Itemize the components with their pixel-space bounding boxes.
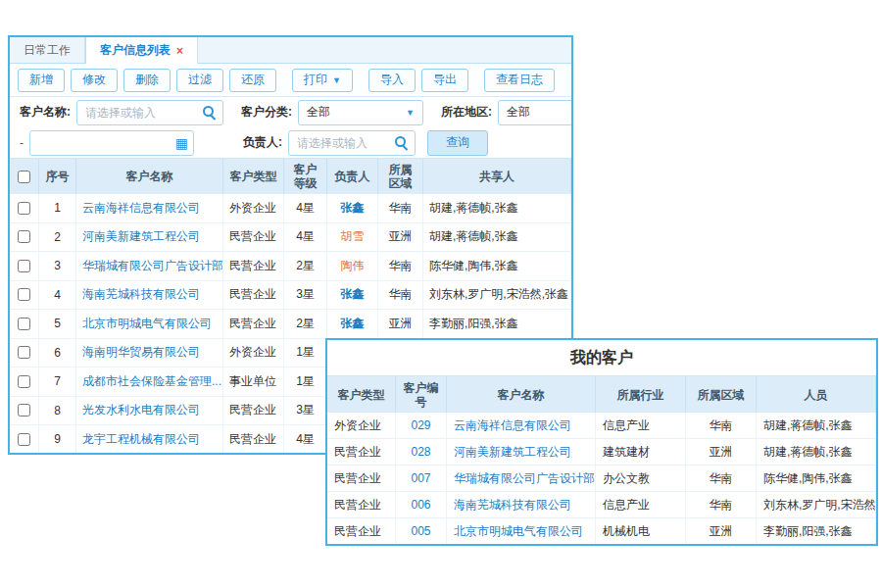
select-value: 全部 — [307, 104, 330, 121]
owner-link[interactable]: 张鑫 — [327, 194, 378, 222]
customer-code-link[interactable]: 006 — [396, 492, 447, 517]
customer-code-link[interactable]: 028 — [396, 439, 447, 465]
delete-button[interactable]: 删除 — [123, 69, 171, 92]
customer-type-cell: 事业单位 — [223, 368, 284, 396]
people-cell: 胡建,蒋德帧,张鑫 — [757, 439, 876, 465]
region-cell: 亚洲 — [378, 223, 423, 252]
close-icon[interactable]: × — [176, 44, 183, 58]
customer-name-link[interactable]: 河南美新建筑工程公司 — [76, 223, 223, 252]
customer-name-link[interactable]: 河南美新建筑工程公司 — [447, 439, 596, 465]
region-cell: 华南 — [686, 413, 757, 438]
date-input[interactable] — [29, 130, 194, 156]
import-button[interactable]: 导入 — [368, 69, 416, 92]
customer-name-link[interactable]: 光发水利水电有限公司 — [76, 397, 223, 425]
filter-row-1: 客户名称: 客户分类: 全部 ▼ 所在地区: 全部 — [10, 97, 571, 127]
customer-code-link[interactable]: 005 — [396, 518, 447, 544]
tab-daily-work[interactable]: 日常工作 — [10, 37, 85, 63]
table-row[interactable]: 民营企业 005 北京市明城电气有限公司 机械机电 亚洲 李勤丽,阳强,张鑫 — [327, 518, 876, 545]
customer-name-link[interactable]: 北京市明城电气有限公司 — [76, 310, 223, 338]
customer-name-link[interactable]: 云南海祥信息有限公司 — [447, 413, 596, 438]
region-cell: 亚洲 — [378, 310, 423, 338]
industry-cell: 机械机电 — [596, 518, 686, 544]
region-select[interactable]: 全部 — [498, 100, 573, 125]
customer-level-cell: 2星 — [284, 252, 327, 280]
tab-label: 客户信息列表 — [100, 42, 171, 59]
table-row[interactable]: 外资企业 029 云南海祥信息有限公司 信息产业 华南 胡建,蒋德帧,张鑫 — [327, 413, 876, 439]
customer-name-link[interactable]: 华瑞城有限公司广告设计部 — [76, 252, 223, 280]
customer-name-link[interactable]: 龙宇工程机械有限公司 — [76, 425, 223, 454]
customer-name-link[interactable]: 云南海祥信息有限公司 — [76, 194, 223, 222]
customer-type-cell: 民营企业 — [327, 518, 396, 544]
row-checkbox[interactable] — [18, 288, 30, 301]
row-checkbox-cell — [10, 223, 39, 252]
row-checkbox[interactable] — [18, 404, 30, 416]
owner-link[interactable]: 张鑫 — [327, 310, 378, 338]
restore-button[interactable]: 还原 — [229, 69, 276, 92]
header-customer-name: 客户名称 — [76, 159, 223, 194]
owner-input-wrap — [288, 130, 416, 156]
customer-name-link[interactable]: 海南明华贸易有限公司 — [76, 339, 223, 368]
shared-people-cell: 李勤丽,阳强,张鑫 — [423, 310, 571, 338]
customer-name-link[interactable]: 海南芜城科技有限公司 — [447, 492, 596, 517]
row-checkbox[interactable] — [18, 318, 30, 330]
customer-category-select[interactable]: 全部 ▼ — [298, 100, 423, 125]
my-customers-body: 外资企业 029 云南海祥信息有限公司 信息产业 华南 胡建,蒋德帧,张鑫 民营… — [327, 413, 876, 545]
table-row[interactable]: 民营企业 006 海南芜城科技有限公司 信息产业 华南 刘东林,罗广明,宋浩然.… — [327, 492, 876, 518]
row-checkbox[interactable] — [18, 230, 30, 243]
header-people: 人员 — [757, 376, 876, 413]
customer-name-input[interactable] — [76, 100, 223, 125]
customer-name-link[interactable]: 华瑞城有限公司广告设计部 — [447, 466, 596, 491]
industry-cell: 建筑建材 — [596, 439, 686, 465]
customer-code-link[interactable]: 007 — [396, 466, 447, 491]
query-button[interactable]: 查询 — [427, 130, 488, 156]
table-row[interactable]: 民营企业 028 河南美新建筑工程公司 建筑建材 亚洲 胡建,蒋德帧,张鑫 — [327, 439, 876, 466]
owner-label: 负责人: — [243, 134, 282, 151]
customer-level-cell: 3星 — [284, 397, 327, 425]
customer-name-link[interactable]: 成都市社会保险基金管理... — [76, 368, 223, 396]
customer-name-link[interactable]: 海南芜城科技有限公司 — [76, 281, 223, 310]
header-region: 所属区域 — [378, 159, 423, 194]
row-checkbox[interactable] — [18, 202, 30, 215]
row-checkbox[interactable] — [18, 375, 30, 388]
customer-type-cell: 民营企业 — [223, 310, 284, 338]
date-input-wrap: ▦ — [29, 130, 194, 156]
chevron-down-icon: ▼ — [406, 108, 415, 118]
customer-level-cell: 1星 — [284, 368, 327, 396]
customer-level-cell: 2星 — [284, 310, 327, 338]
header-owner: 负责人 — [327, 159, 378, 194]
row-checkbox-cell — [10, 252, 39, 280]
add-button[interactable]: 新增 — [18, 69, 65, 92]
view-log-button[interactable]: 查看日志 — [484, 69, 555, 92]
search-icon[interactable] — [395, 136, 409, 150]
table-row[interactable]: 民营企业 007 华瑞城有限公司广告设计部 办公文教 华南 陈华健,陶伟,张鑫 — [327, 466, 876, 492]
edit-button[interactable]: 修改 — [71, 69, 118, 92]
table-row[interactable]: 5 北京市明城电气有限公司 民营企业 2星 张鑫 亚洲 李勤丽,阳强,张鑫 — [10, 310, 571, 339]
customer-name-link[interactable]: 北京市明城电气有限公司 — [447, 518, 596, 544]
table-row[interactable]: 4 海南芜城科技有限公司 民营企业 3星 张鑫 华南 刘东林,罗广明,宋浩然,张… — [10, 281, 571, 311]
row-checkbox[interactable] — [18, 260, 30, 272]
customer-code-link[interactable]: 029 — [396, 413, 447, 438]
select-all-checkbox[interactable] — [18, 171, 30, 183]
export-button[interactable]: 导出 — [421, 69, 468, 92]
owner-link[interactable]: 胡雪 — [327, 223, 378, 252]
shared-people-cell: 胡建,蒋德帧,张鑫 — [423, 223, 571, 252]
calendar-icon[interactable]: ▦ — [175, 134, 188, 152]
row-checkbox[interactable] — [18, 433, 30, 446]
header-region: 所属区域 — [686, 376, 757, 413]
table-row[interactable]: 2 河南美新建筑工程公司 民营企业 4星 胡雪 亚洲 胡建,蒋德帧,张鑫 — [10, 223, 571, 253]
owner-link[interactable]: 陶伟 — [327, 252, 378, 280]
filter-button[interactable]: 过滤 — [176, 69, 223, 92]
print-button[interactable]: 打印 ▼ — [292, 69, 353, 92]
header-no: 序号 — [39, 159, 76, 194]
tab-customer-list[interactable]: 客户信息列表 × — [85, 37, 198, 64]
row-checkbox[interactable] — [18, 346, 30, 359]
region-cell: 华南 — [686, 492, 757, 517]
shared-people-cell: 陈华健,陶伟,张鑫 — [423, 252, 571, 280]
row-checkbox-cell — [10, 310, 39, 338]
search-icon[interactable] — [203, 106, 217, 120]
table-row[interactable]: 1 云南海祥信息有限公司 外资企业 4星 张鑫 华南 胡建,蒋德帧,张鑫 — [10, 194, 571, 223]
region-cell: 亚洲 — [686, 518, 757, 544]
owner-link[interactable]: 张鑫 — [327, 281, 378, 310]
table-row[interactable]: 3 华瑞城有限公司广告设计部 民营企业 2星 陶伟 华南 陈华健,陶伟,张鑫 — [10, 252, 571, 281]
shared-people-cell: 胡建,蒋德帧,张鑫 — [423, 194, 571, 222]
